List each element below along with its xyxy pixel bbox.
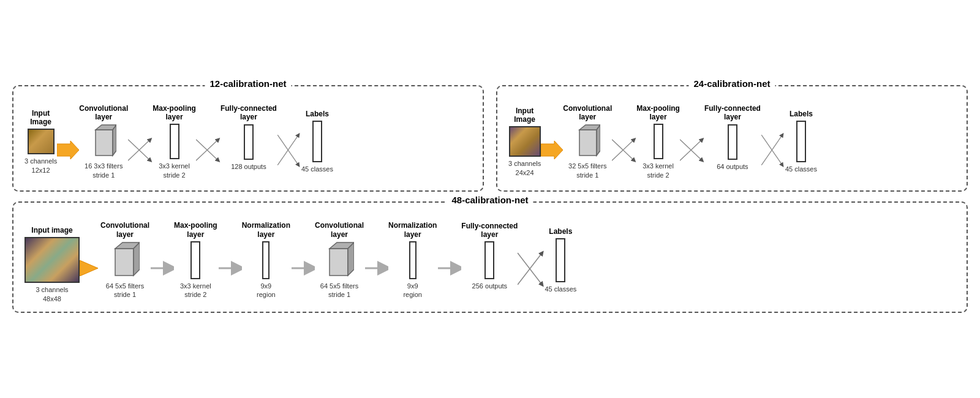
net48-labels-rect [556, 238, 565, 282]
net48-pool-group: Max-poolinglayer 3x3 kernel stride 2 [174, 221, 217, 299]
net12-conv-label: Convolutionallayer [79, 104, 128, 122]
net12-fc-rect [244, 124, 254, 160]
net24-labels-visual [796, 121, 806, 162]
net48-norm2-group: Normalizationlayer 9x9 region [388, 221, 437, 299]
net12-labels-visual [312, 121, 322, 162]
net24-input-sublabel: 3 channels 24x24 [508, 159, 541, 177]
net12-cross2 [196, 132, 221, 168]
net24-fc-visual [728, 124, 737, 160]
net48-pool-sublabel: 3x3 kernel stride 2 [180, 282, 211, 299]
svg-marker-36 [330, 249, 348, 276]
svg-marker-1 [96, 130, 113, 156]
net24-input-group: InputImage 3 channels 24x24 [508, 107, 541, 177]
net48-fc-visual [484, 241, 494, 279]
net48-labels-group: Labels 45 classes [545, 219, 576, 302]
svg-marker-26 [80, 260, 98, 276]
net48-conv1-group: Convolutionallayer 64 5x5 filters stride… [100, 221, 149, 299]
net48-norm1-rect [262, 241, 270, 279]
net24-pool-label: Max-poolinglayer [636, 104, 680, 122]
net12-conv-group: Convolutionallayer 16 3x3 filters stride… [79, 104, 128, 179]
net48-input-visual [24, 237, 80, 283]
net24-conv-group: Convolutionallayer 32 5x5 filters stride… [563, 104, 612, 179]
net48-conv2-group: Convolutionallayer 64 5x5 filters stride… [315, 221, 364, 299]
net12-input-visual [28, 129, 55, 154]
net48-sarrow2 [217, 261, 242, 277]
net24-pool-visual [654, 124, 663, 159]
svg-marker-13 [541, 141, 563, 159]
net12-pool-visual [170, 124, 179, 159]
svg-marker-3 [113, 125, 116, 156]
net48-input-sublabel: 3 channels 48x48 [36, 285, 68, 303]
net48-norm1-sublabel: 9x9 region [257, 282, 276, 299]
net24-box: 24-calibration-net InputImage 3 channels… [496, 85, 968, 192]
net12-fc-sublabel: 128 outputs [231, 162, 266, 179]
net12-diagram: InputImage 3 channels 12x12 [24, 101, 472, 182]
svg-marker-38 [348, 242, 354, 276]
net48-fc-label: Fully-connectedlayer [461, 222, 518, 239]
net48-conv2-sublabel: 64 5x5 filters stride 1 [320, 282, 358, 299]
net12-cross1 [128, 132, 153, 168]
net24-cross1 [612, 132, 636, 168]
net48-input-group: Input image 3 channels 48x48 [24, 217, 80, 303]
net12-fc-visual [244, 124, 254, 160]
net24-input-img [509, 126, 541, 157]
net48-norm1-group: Normalizationlayer 9x9 region [242, 221, 290, 299]
net48-norm1-visual [262, 241, 270, 279]
net48-pool-rect [190, 241, 200, 279]
net48-conv1-visual [110, 241, 140, 279]
net24-labels-group: Labels 45 classes [785, 101, 817, 182]
main-container: 12-calibration-net InputImage 3 channels… [12, 85, 968, 313]
net12-cross3 [277, 132, 301, 168]
svg-marker-27 [115, 249, 134, 276]
net12-labels-rect [312, 121, 322, 162]
net48-fc-sublabel: 256 outputs [472, 282, 508, 299]
net24-arrow1 [541, 141, 563, 159]
net24-pool-group: Max-poolinglayer 3x3 kernel stride 2 [636, 104, 680, 179]
bottom-row: 48-calibration-net Input image 3 channel… [12, 201, 968, 313]
net48-box: 48-calibration-net Input image 3 channel… [12, 201, 968, 313]
net48-labels-sublabel: 45 classes [545, 285, 576, 302]
net48-labels-visual [556, 238, 565, 282]
net48-cross1 [518, 250, 545, 288]
net24-conv-sublabel: 32 5x5 filters stride 1 [568, 162, 606, 179]
net12-labels-sublabel: 45 classes [301, 165, 333, 182]
net12-fc-group: Fully-connectedlayer 128 outputs [221, 104, 277, 179]
net48-norm1-label: Normalizationlayer [242, 221, 290, 239]
net24-cross3 [761, 132, 785, 168]
net48-conv1-label: Convolutionallayer [100, 221, 149, 239]
net12-conv-sublabel: 16 3x3 filters stride 1 [85, 162, 123, 179]
net12-conv-visual [91, 124, 116, 159]
net24-labels-label: Labels [790, 101, 813, 118]
net48-fc-group: Fully-connectedlayer 256 outputs [461, 222, 518, 299]
net12-pool-label: Max-poolinglayer [153, 104, 196, 122]
net48-sarrow5 [437, 261, 461, 277]
net48-input-img [24, 237, 80, 283]
net48-fc-rect [484, 241, 494, 279]
net24-input-visual [509, 126, 541, 157]
net12-box: 12-calibration-net InputImage 3 channels… [12, 85, 484, 192]
net12-title: 12-calibration-net [205, 78, 291, 89]
net12-arrow1 [57, 141, 79, 159]
net24-conv-visual [575, 124, 600, 159]
net24-cross2 [680, 132, 704, 168]
net48-conv1-sublabel: 64 5x5 filters stride 1 [106, 282, 144, 299]
net12-pool-group: Max-poolinglayer 3x3 kernel stride 2 [153, 104, 196, 179]
net12-labels-group: Labels 45 classes [301, 101, 333, 182]
net48-sarrow1 [149, 261, 174, 277]
net48-labels-label: Labels [549, 219, 572, 236]
net12-input-img [28, 129, 55, 154]
svg-marker-14 [579, 130, 597, 156]
net48-sarrow4 [364, 261, 388, 277]
net12-pool-sublabel: 3x3 kernel stride 2 [159, 162, 190, 179]
top-row: 12-calibration-net InputImage 3 channels… [12, 85, 968, 192]
net12-input-label: InputImage [30, 109, 51, 127]
net24-fc-sublabel: 64 outputs [717, 162, 748, 179]
net24-title: 24-calibration-net [688, 78, 775, 89]
svg-marker-29 [134, 242, 140, 276]
net24-labels-sublabel: 45 classes [785, 165, 817, 182]
net48-pool-label: Max-poolinglayer [174, 221, 217, 239]
net24-labels-rect [796, 121, 806, 162]
net48-conv2-visual [325, 241, 354, 279]
net48-conv2-label: Convolutionallayer [315, 221, 364, 239]
net48-title: 48-calibration-net [447, 195, 533, 205]
